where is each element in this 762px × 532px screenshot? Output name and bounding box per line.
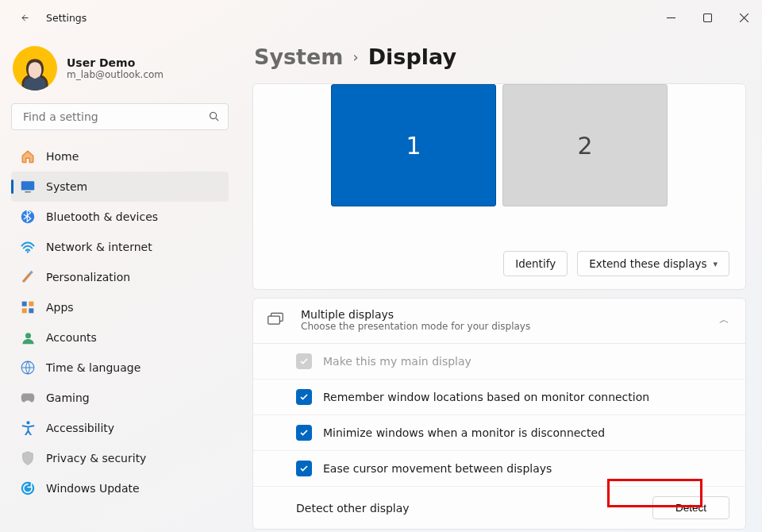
nav-item-label: Bluetooth & devices bbox=[46, 210, 158, 223]
nav-item-label: Privacy & security bbox=[46, 452, 146, 465]
avatar bbox=[13, 46, 57, 91]
checkbox-main-display bbox=[296, 353, 312, 369]
chevron-up-icon: ︿ bbox=[719, 313, 729, 327]
nav-item-label: System bbox=[46, 180, 87, 193]
nav-item-label: Home bbox=[46, 150, 79, 163]
nav-item-gaming[interactable]: Gaming bbox=[11, 383, 229, 413]
check-icon bbox=[299, 464, 309, 473]
chevron-down-icon: ▾ bbox=[713, 259, 718, 269]
search-box[interactable] bbox=[11, 103, 229, 130]
titlebar: Settings bbox=[0, 0, 762, 35]
option-minimize-on-disconnect[interactable]: Minimize windows when a monitor is disco… bbox=[253, 414, 745, 450]
chevron-right-icon: › bbox=[352, 48, 358, 65]
svg-point-12 bbox=[26, 421, 29, 424]
checkbox-ease-cursor[interactable] bbox=[296, 461, 312, 476]
multiple-displays-header[interactable]: Multiple displays Choose the presentatio… bbox=[253, 299, 745, 343]
identify-button[interactable]: Identify bbox=[503, 251, 568, 276]
avatar-icon bbox=[17, 56, 52, 91]
nav-item-windows-update[interactable]: Windows Update bbox=[11, 473, 229, 503]
checkbox-remember-locations[interactable] bbox=[296, 389, 312, 405]
detect-button[interactable]: Detect bbox=[652, 496, 729, 519]
svg-point-1 bbox=[210, 113, 217, 119]
breadcrumb-current: Display bbox=[368, 44, 456, 69]
bluetooth-icon bbox=[21, 210, 35, 224]
main: System › Display 1 2 Identify Extend the… bbox=[238, 35, 762, 532]
checkbox-minimize[interactable] bbox=[296, 425, 312, 441]
accounts-icon bbox=[21, 330, 35, 345]
arrow-left-icon bbox=[18, 12, 30, 24]
gaming-icon bbox=[21, 391, 35, 405]
system-icon bbox=[21, 179, 35, 194]
nav-item-label: Time & language bbox=[46, 361, 140, 374]
multiple-displays-options: Make this my main display Remember windo… bbox=[253, 343, 745, 529]
nav-item-label: Windows Update bbox=[46, 482, 140, 495]
check-icon bbox=[299, 428, 309, 438]
svg-rect-0 bbox=[703, 13, 711, 21]
window-title: Settings bbox=[46, 12, 87, 24]
close-button[interactable] bbox=[725, 5, 762, 30]
nav-item-accounts[interactable]: Accounts bbox=[11, 322, 229, 353]
close-icon bbox=[740, 13, 749, 22]
nav-item-label: Accessibility bbox=[46, 422, 114, 434]
multiple-displays-icon bbox=[267, 312, 285, 329]
search-input[interactable] bbox=[21, 110, 201, 124]
svg-rect-9 bbox=[29, 308, 33, 313]
svg-rect-6 bbox=[22, 302, 27, 306]
multiple-displays-card: Multiple displays Choose the presentatio… bbox=[252, 298, 746, 530]
minimize-button[interactable] bbox=[652, 5, 689, 30]
monitor-preview[interactable]: 1 2 bbox=[269, 84, 729, 206]
svg-rect-8 bbox=[22, 308, 27, 313]
option-label: Remember window locations based on monit… bbox=[323, 391, 649, 403]
svg-rect-2 bbox=[21, 181, 35, 190]
breadcrumb-parent[interactable]: System bbox=[254, 44, 343, 69]
user-block[interactable]: User Demo m_lab@outlook.com bbox=[11, 41, 229, 103]
monitor-arrangement-card: 1 2 Identify Extend these displays ▾ bbox=[252, 83, 746, 290]
nav-item-time-language[interactable]: Time & language bbox=[11, 353, 229, 383]
nav-item-label: Gaming bbox=[46, 391, 90, 404]
minimize-icon bbox=[667, 13, 675, 22]
nav-item-label: Apps bbox=[46, 301, 74, 314]
user-name: User Demo bbox=[67, 56, 164, 69]
svg-point-5 bbox=[27, 251, 29, 253]
maximize-icon bbox=[703, 13, 712, 22]
apps-icon bbox=[21, 300, 35, 314]
option-label: Minimize windows when a monitor is disco… bbox=[323, 426, 605, 439]
back-button[interactable] bbox=[10, 3, 38, 32]
maximize-button[interactable] bbox=[689, 5, 725, 30]
nav-item-system[interactable]: System bbox=[11, 172, 229, 202]
privacy-icon bbox=[21, 451, 35, 465]
detect-label: Detect other display bbox=[296, 502, 410, 515]
nav-item-apps[interactable]: Apps bbox=[11, 292, 229, 322]
user-email: m_lab@outlook.com bbox=[67, 69, 164, 80]
nav: Home System Bluetooth & devices Network … bbox=[11, 141, 229, 503]
option-remember-window-locations[interactable]: Remember window locations based on monit… bbox=[253, 379, 745, 414]
breadcrumb: System › Display bbox=[254, 44, 746, 69]
check-icon bbox=[299, 357, 309, 366]
section-subtitle: Choose the presentation mode for your di… bbox=[301, 321, 719, 332]
window-controls bbox=[652, 5, 762, 30]
nav-item-bluetooth[interactable]: Bluetooth & devices bbox=[11, 202, 229, 232]
svg-point-10 bbox=[25, 333, 30, 338]
identify-label: Identify bbox=[515, 257, 556, 270]
display-mode-dropdown[interactable]: Extend these displays ▾ bbox=[577, 251, 729, 276]
home-icon bbox=[21, 149, 35, 164]
time-language-icon bbox=[21, 360, 35, 375]
monitor-2[interactable]: 2 bbox=[502, 84, 668, 206]
nav-item-personalization[interactable]: Personalization bbox=[11, 262, 229, 292]
search-icon bbox=[208, 110, 220, 125]
network-icon bbox=[21, 240, 35, 254]
svg-rect-15 bbox=[268, 316, 280, 324]
monitor-1[interactable]: 1 bbox=[331, 84, 496, 206]
sidebar: User Demo m_lab@outlook.com Home Sys bbox=[0, 35, 238, 532]
personalization-icon bbox=[21, 270, 35, 284]
nav-item-network[interactable]: Network & internet bbox=[11, 232, 229, 262]
nav-item-privacy[interactable]: Privacy & security bbox=[11, 443, 229, 473]
option-label: Make this my main display bbox=[323, 355, 471, 368]
nav-item-accessibility[interactable]: Accessibility bbox=[11, 413, 229, 443]
svg-rect-3 bbox=[25, 191, 31, 193]
nav-item-label: Network & internet bbox=[46, 241, 152, 253]
check-icon bbox=[299, 392, 309, 402]
section-title: Multiple displays bbox=[301, 308, 719, 321]
option-ease-cursor[interactable]: Ease cursor movement between displays bbox=[253, 450, 745, 486]
nav-item-home[interactable]: Home bbox=[11, 141, 229, 172]
